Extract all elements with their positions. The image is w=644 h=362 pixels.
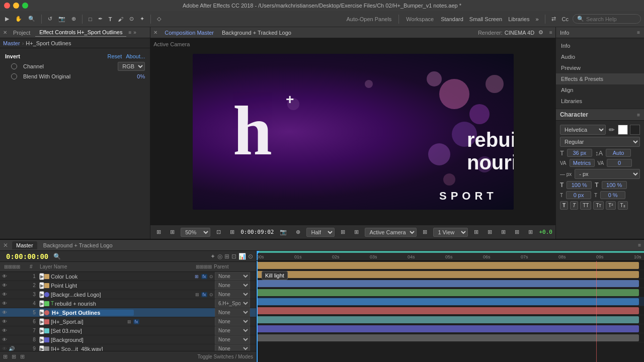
search-input[interactable] <box>586 16 636 22</box>
layer-switch-6a[interactable]: ⊞ <box>126 318 133 325</box>
layer-solo-4[interactable] <box>8 300 15 307</box>
reset-btn[interactable]: Reset <box>108 53 122 59</box>
info-item-libraries[interactable]: Libraries <box>556 96 644 107</box>
layer-solo-6[interactable] <box>8 318 15 325</box>
layer-lock-3[interactable] <box>15 291 22 298</box>
new-camera-btn[interactable]: ⊞ <box>20 353 25 360</box>
camera-snap-btn[interactable]: 📷 <box>277 228 290 236</box>
faux-italic-btn[interactable]: T <box>570 201 578 210</box>
layer-solo-7[interactable] <box>8 327 15 334</box>
layer-solo-2[interactable] <box>8 282 15 289</box>
faux-bold-btn[interactable]: T <box>560 201 568 210</box>
tl-search-btn[interactable]: 🔍 <box>53 253 61 260</box>
layer-expand-1[interactable]: ▶ <box>39 273 44 280</box>
renderer-settings-btn[interactable]: ⚙ <box>536 28 545 37</box>
brush-tool[interactable]: 🖌 <box>116 15 125 23</box>
layer-expand-8[interactable]: ▶ <box>39 336 44 343</box>
parent-select-6[interactable]: None <box>215 317 250 326</box>
visibility-toggle-8[interactable]: 👁 <box>1 336 8 343</box>
rulers-btn[interactable]: ⊞ <box>525 228 536 236</box>
camera-tool[interactable]: 📷 <box>56 15 67 23</box>
new-solid-btn[interactable]: ⊞ <box>12 353 16 360</box>
layer-extra-3[interactable] <box>22 291 29 298</box>
table-row[interactable]: 👁 6 ▶ [H+_Sport.ai] ⊞ fx None <box>0 317 256 326</box>
visibility-toggle-4[interactable]: 👁 <box>1 300 8 307</box>
tl-draft-btn[interactable]: ✦ <box>210 253 215 260</box>
table-row[interactable]: 👁 8 ▶ [Background] None <box>0 335 256 344</box>
timeline-tab-master[interactable]: Master <box>12 241 37 249</box>
mask-btn[interactable]: ⊞ <box>485 228 495 236</box>
guides-btn[interactable]: ⊞ <box>512 228 522 236</box>
visibility-toggle-5[interactable]: 👁 <box>1 309 8 316</box>
table-row[interactable]: 👁 1 ▶ Color Look ⊞ fx ⊙ None <box>0 272 256 281</box>
layer-expand-4[interactable]: ▶ <box>39 300 44 307</box>
comp-viewport[interactable]: Active Camera h <box>150 38 555 225</box>
style-select[interactable]: Regular Bold Italic <box>560 137 640 147</box>
layer-lock-1[interactable] <box>15 273 22 280</box>
visibility-toggle-7[interactable]: 👁 <box>1 327 8 334</box>
3d-ground-btn[interactable]: ⊞ <box>498 228 509 236</box>
preview-frame-btn[interactable]: ⊞ <box>153 228 164 236</box>
close-timeline-btn[interactable]: ✕ <box>3 242 8 249</box>
parent-select-4[interactable]: 6.H+_Sport.a <box>215 299 250 308</box>
standard-btn[interactable]: Standard <box>439 15 465 23</box>
tab-project[interactable]: Project <box>9 28 34 37</box>
parent-select-3[interactable]: None <box>215 290 250 299</box>
track-bar-2[interactable] <box>257 271 639 278</box>
layer-fx-1[interactable]: fx <box>201 273 208 280</box>
visibility-toggle-2[interactable]: 👁 <box>1 282 8 289</box>
layer-solo-1[interactable] <box>8 273 15 280</box>
cc-btn[interactable]: Cc <box>560 15 571 23</box>
fit-btn[interactable]: ⊡ <box>213 228 224 236</box>
select-tool[interactable]: ▶ <box>3 15 11 23</box>
breadcrumb-master[interactable]: Master <box>3 40 20 46</box>
layer-lock-7[interactable] <box>15 327 22 334</box>
tracking-input[interactable] <box>607 159 632 167</box>
layer-extra-6[interactable] <box>22 318 29 325</box>
panel-expand-btn[interactable]: » <box>133 30 136 35</box>
layer-fx-6[interactable]: fx <box>133 318 140 325</box>
layer-expand-3[interactable]: ▶ <box>39 291 44 298</box>
about-btn[interactable]: About... <box>126 53 145 59</box>
sync-btn[interactable]: ⇄ <box>549 15 558 23</box>
all-caps-btn[interactable]: TT <box>580 201 591 210</box>
layer-lock-4[interactable] <box>15 300 22 307</box>
parent-select-8[interactable]: None <box>215 335 250 344</box>
layer-solo-3[interactable] <box>8 291 15 298</box>
kerning-input[interactable] <box>570 159 595 167</box>
font-style-icon[interactable]: ✏ <box>608 125 616 135</box>
layer-solo-9[interactable] <box>15 345 22 351</box>
layer-expand-2[interactable]: ▶ <box>39 282 44 289</box>
transparency-btn[interactable]: ⊕ <box>293 228 303 236</box>
visibility-toggle-1[interactable]: 👁 <box>1 273 8 280</box>
more-workspaces-btn[interactable]: » <box>533 15 540 23</box>
work-area-bar[interactable] <box>257 251 644 253</box>
track-bar-3[interactable] <box>257 280 639 287</box>
layer-expand-9[interactable]: ▶ <box>39 345 44 351</box>
grid-btn[interactable]: ⊞ <box>167 228 178 236</box>
snap-btn[interactable]: ⊞ <box>227 228 237 236</box>
shape-tool[interactable]: ◇ <box>155 15 163 23</box>
layer-audio-9[interactable]: 🔊 <box>8 345 15 351</box>
layer-switch-3c[interactable]: ⊙ <box>208 291 215 298</box>
font-select[interactable]: Helvetica <box>560 125 606 135</box>
layer-lock-5[interactable] <box>15 309 22 316</box>
pan-tool[interactable]: ⊕ <box>69 15 78 23</box>
table-row[interactable]: 👁 4 ▶ T rebuild + nourish 6.H+_Sport.a <box>0 299 256 308</box>
timeline-panel-menu[interactable]: ≡ <box>638 242 641 248</box>
layer-lock-2[interactable] <box>15 282 22 289</box>
tsukimi-input[interactable] <box>600 191 625 199</box>
layer-expand-5[interactable]: ▶ <box>39 309 44 316</box>
rect-tool[interactable]: □ <box>87 15 94 23</box>
layer-extra-1[interactable] <box>22 273 29 280</box>
layer-switch-1a[interactable]: ⊞ <box>193 273 201 280</box>
layer-controls-btn[interactable]: ⊞ <box>471 228 481 236</box>
layer-switch-1c[interactable]: ⊙ <box>208 273 215 280</box>
track-bar-8[interactable] <box>257 325 639 332</box>
small-caps-btn[interactable]: Tт <box>593 201 604 210</box>
camera-select[interactable]: Active Camera <box>365 228 417 237</box>
table-row[interactable]: 👁 3 ▶ [Backgr...cked Logo] ⊞ fx ⊙ None <box>0 290 256 299</box>
horiz-scale-input[interactable] <box>567 181 592 189</box>
info-item-info[interactable]: Info <box>556 40 644 51</box>
libraries-btn[interactable]: Libraries <box>506 15 531 23</box>
